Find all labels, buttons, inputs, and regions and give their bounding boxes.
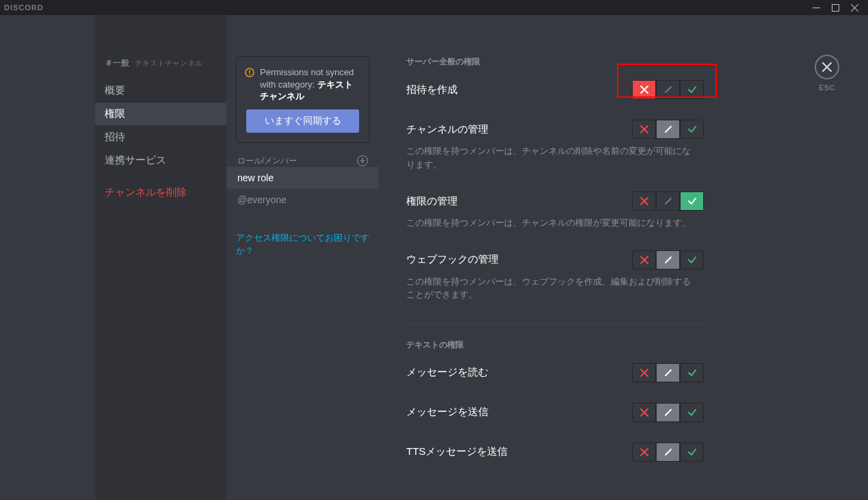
perm-toggle-manage-webhooks <box>632 250 704 269</box>
toggle-allow[interactable] <box>680 250 704 269</box>
toggle-passthrough[interactable] <box>656 403 680 422</box>
sync-notice: Permissions not synced with category: テキ… <box>236 56 369 143</box>
perm-label: 権限の管理 <box>406 195 458 208</box>
perm-toggle-send-messages <box>632 403 704 422</box>
nav-overview[interactable]: 概要 <box>95 79 226 102</box>
perm-manage-permissions: 権限の管理 この権限を持つメンバーは、チャンネルの権限が変更可能になります。 <box>406 192 704 230</box>
breadcrumb: ＃一般 テキストチャンネル <box>95 56 226 79</box>
roles-column: Permissions not synced with category: テキ… <box>226 15 379 500</box>
window-minimize-button[interactable] <box>806 0 826 15</box>
nav-permissions[interactable]: 権限 <box>95 103 226 125</box>
toggle-deny[interactable] <box>632 403 656 422</box>
delete-channel-button[interactable]: チャンネルを削除 <box>95 181 226 204</box>
settings-sidebar: ＃一般 テキストチャンネル 概要 権限 招待 連携サービス チャンネルを削除 <box>95 15 226 500</box>
permissions-scroll[interactable]: サーバー全般の権限 招待を作成 チャンネルの管理 <box>406 56 868 500</box>
toggle-allow[interactable] <box>680 120 704 139</box>
toggle-allow[interactable] <box>680 80 704 99</box>
sync-now-button[interactable]: いますぐ同期する <box>246 109 359 133</box>
sync-notice-text: Permissions not synced with category: テキ… <box>246 66 359 103</box>
perm-create-invite: 招待を作成 <box>406 80 704 99</box>
window-maximize-button[interactable] <box>826 0 845 15</box>
perm-description: この権限を持つメンバーは、ウェブフックを作成、編集および削除することができます。 <box>406 275 694 302</box>
toggle-allow[interactable] <box>680 443 704 462</box>
nav-integrations[interactable]: 連携サービス <box>95 149 226 172</box>
svg-rect-2 <box>249 70 250 73</box>
perm-send-messages: メッセージを送信 <box>406 403 704 422</box>
warning-icon <box>245 68 254 77</box>
perm-label: チャンネルの管理 <box>406 123 488 136</box>
toggle-deny[interactable] <box>632 250 656 269</box>
perm-description: この権限を持つメンバーは、チャンネルの権限が変更可能になります。 <box>406 216 694 230</box>
section-server-permissions: サーバー全般の権限 <box>406 56 704 68</box>
roles-members-label: ロール/メンバー <box>237 155 297 167</box>
perm-toggle-manage-channel <box>632 120 704 139</box>
perm-send-tts: TTSメッセージを送信 <box>406 443 704 462</box>
toggle-passthrough[interactable] <box>656 80 680 99</box>
perm-manage-channel: チャンネルの管理 この権限を持つメンバーは、チャンネルの削除や名前の変更が可能に… <box>406 120 704 171</box>
perm-label: ウェブフックの管理 <box>406 253 499 266</box>
perm-toggle-send-tts <box>632 443 704 462</box>
channel-type-crumb: テキストチャンネル <box>135 59 202 67</box>
channel-name-crumb: ＃一般 <box>105 58 129 68</box>
toggle-allow[interactable] <box>680 363 704 382</box>
toggle-deny[interactable] <box>632 120 656 139</box>
perm-toggle-manage-perms <box>632 192 704 211</box>
window-close-button[interactable] <box>845 0 864 15</box>
perm-description: この権限を持つメンバーは、チャンネルの削除や名前の変更が可能になります。 <box>406 144 694 171</box>
perm-label: メッセージを読む <box>406 366 488 379</box>
perm-manage-webhooks: ウェブフックの管理 この権限を持つメンバーは、ウェブフックを作成、編集および削除… <box>406 250 704 302</box>
left-gutter <box>0 15 95 500</box>
section-text-permissions: テキストの権限 <box>406 339 704 351</box>
perm-read-messages: メッセージを読む <box>406 363 704 382</box>
role-item-new-role[interactable]: new role <box>226 167 379 189</box>
toggle-passthrough[interactable] <box>656 443 680 462</box>
nav-invites[interactable]: 招待 <box>95 126 226 148</box>
toggle-allow[interactable] <box>680 192 704 211</box>
toggle-deny[interactable] <box>632 363 656 382</box>
toggle-passthrough[interactable] <box>656 120 680 139</box>
perm-label: 招待を作成 <box>406 83 458 96</box>
svg-rect-0 <box>832 4 839 11</box>
toggle-passthrough[interactable] <box>656 192 680 211</box>
perm-label: TTSメッセージを送信 <box>406 445 508 458</box>
perm-toggle-create-invite <box>632 80 704 99</box>
toggle-deny[interactable] <box>632 443 656 462</box>
toggle-deny[interactable] <box>632 80 656 99</box>
main-area: ESC サーバー全般の権限 招待を作成 チャンネルの管理 <box>379 15 868 500</box>
perm-toggle-read-messages <box>632 363 704 382</box>
toggle-passthrough[interactable] <box>656 363 680 382</box>
toggle-allow[interactable] <box>680 403 704 422</box>
roles-members-header: ロール/メンバー <box>226 155 379 167</box>
role-item-everyone[interactable]: @everyone <box>226 189 379 211</box>
perm-label: メッセージを送信 <box>406 406 488 419</box>
brand-label: DISCORD <box>4 3 44 12</box>
add-role-button[interactable] <box>357 155 368 166</box>
titlebar: DISCORD <box>0 0 868 15</box>
toggle-passthrough[interactable] <box>656 250 680 269</box>
section-divider <box>406 324 704 324</box>
permissions-help-link[interactable]: アクセス権限についてお困りですか？ <box>226 231 379 258</box>
svg-rect-3 <box>249 74 250 75</box>
toggle-deny[interactable] <box>632 192 656 211</box>
